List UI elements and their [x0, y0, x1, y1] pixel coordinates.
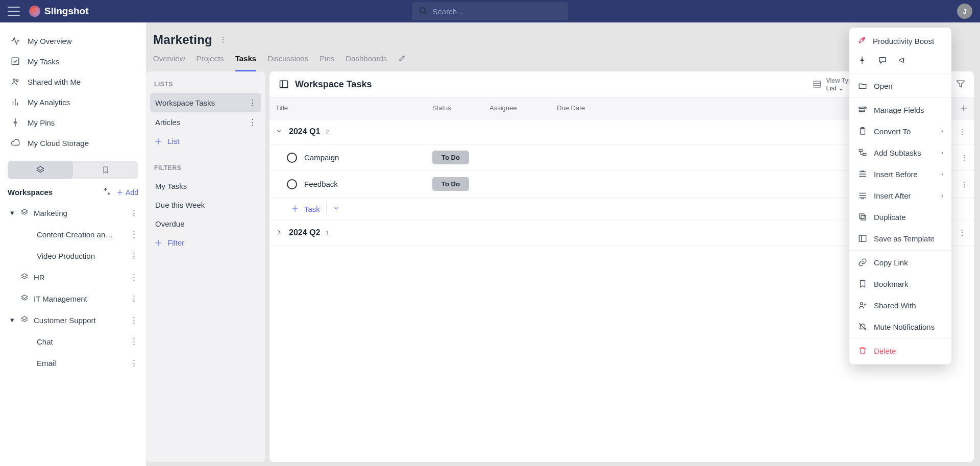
tree-row-actions[interactable]: ⋮	[128, 292, 140, 305]
ctx-shared-with[interactable]: Shared With	[849, 295, 951, 316]
list-item-actions[interactable]: ⋮	[249, 98, 256, 107]
tree-row-email[interactable]: Email ⋮	[0, 352, 146, 374]
chevron-down-icon: ▾	[10, 315, 16, 325]
divider	[849, 250, 951, 251]
col-due-date[interactable]: Due Date	[551, 97, 627, 119]
filter-my-tasks[interactable]: My Tasks	[150, 177, 261, 195]
ctx-insert-before[interactable]: Insert Before ›	[849, 163, 951, 185]
nav-mode-bookmarks[interactable]	[73, 161, 138, 179]
list-item-actions[interactable]: ⋮	[249, 117, 256, 127]
ctx-mute-notifications[interactable]: Mute Notifications	[849, 316, 951, 337]
add-filter[interactable]: Filter	[150, 233, 261, 252]
tree-row-actions[interactable]: ⋮	[128, 271, 140, 284]
add-column[interactable]	[953, 97, 974, 119]
nav-shared-with-me[interactable]: Shared with Me	[0, 71, 146, 92]
chevron-down-icon[interactable]	[276, 128, 287, 136]
tree-row-it-management[interactable]: ▸ IT Management ⋮	[0, 288, 146, 309]
section-actions[interactable]: ⋮	[957, 227, 968, 239]
task-actions[interactable]: ⋮	[954, 174, 974, 194]
status-badge[interactable]: To Do	[432, 151, 469, 164]
tree-label: HR	[34, 273, 124, 282]
ctx-productivity-boost[interactable]: Productivity Boost	[849, 31, 951, 52]
add-workspace[interactable]: Add	[116, 188, 138, 197]
plus-icon	[154, 137, 162, 145]
tree-row-marketing[interactable]: ▾ Marketing ⋮	[0, 202, 146, 224]
collapse-sidebar-icon[interactable]	[278, 78, 290, 90]
list-item-articles[interactable]: Articles ⋮	[150, 112, 261, 132]
tree-row-actions[interactable]: ⋮	[128, 206, 140, 219]
ctx-duplicate[interactable]: Duplicate	[849, 206, 951, 228]
add-list[interactable]: List	[150, 132, 261, 151]
section-actions[interactable]: ⋮	[957, 126, 968, 138]
due-date-cell[interactable]	[551, 152, 627, 164]
nav-label: Shared with Me	[28, 78, 81, 86]
add-task[interactable]: Task	[291, 205, 320, 213]
tab-dashboards[interactable]: Dashboards	[346, 54, 387, 71]
nav-label: My Overview	[28, 37, 72, 45]
tab-discussions[interactable]: Discussions	[267, 54, 308, 71]
filter-overdue[interactable]: Overdue	[150, 214, 261, 233]
col-title[interactable]: Title	[270, 97, 426, 119]
tree-row-actions[interactable]: ⋮	[128, 313, 140, 327]
assignee-cell[interactable]	[483, 178, 551, 190]
task-actions[interactable]: ⋮	[954, 148, 974, 168]
tree-row-actions[interactable]: ⋮	[128, 335, 140, 348]
assignee-cell[interactable]	[483, 152, 551, 164]
tab-projects[interactable]: Projects	[197, 54, 224, 71]
tree-row-actions[interactable]: ⋮	[128, 356, 140, 370]
sort-workspaces[interactable]	[103, 187, 111, 197]
user-avatar[interactable]: J	[957, 4, 972, 19]
tree-row-content-creation[interactable]: Content Creation an… ⋮	[0, 224, 146, 245]
ctx-bookmark[interactable]: Bookmark	[849, 273, 951, 295]
tree-row-actions[interactable]: ⋮	[128, 249, 140, 262]
tree-row-video-production[interactable]: Video Production ⋮	[0, 245, 146, 266]
nav-my-pins[interactable]: My Pins	[0, 112, 146, 133]
user-plus-icon	[857, 300, 868, 310]
tab-overview[interactable]: Overview	[153, 54, 185, 71]
product-logo[interactable]: Slingshot	[29, 6, 89, 17]
tree-row-customer-support[interactable]: ▾ Customer Support ⋮	[0, 309, 146, 331]
ctx-copy-link[interactable]: Copy Link	[849, 252, 951, 273]
col-assignee[interactable]: Assignee	[483, 97, 551, 119]
filter-toggle[interactable]	[955, 79, 966, 90]
tab-pins[interactable]: Pins	[320, 54, 334, 71]
filter-due-this-week[interactable]: Due this Week	[150, 195, 261, 214]
page-actions[interactable]: ⋮	[219, 36, 227, 44]
ctx-quick-pin-icon[interactable]	[857, 56, 867, 66]
menu-toggle[interactable]	[8, 5, 20, 17]
svg-marker-15	[21, 316, 28, 320]
col-status[interactable]: Status	[426, 97, 483, 119]
list-item-workspace-tasks[interactable]: Workspace Tasks ⋮	[150, 93, 261, 112]
search-input[interactable]	[433, 7, 562, 16]
ctx-quick-comment-icon[interactable]	[878, 56, 887, 66]
lists-header: LISTS	[150, 78, 261, 93]
ctx-add-subtasks[interactable]: Add Subtasks ›	[849, 142, 951, 163]
ctx-open[interactable]: Open	[849, 75, 951, 96]
tree-row-chat[interactable]: Chat ⋮	[0, 331, 146, 352]
ctx-save-template[interactable]: Save as Template	[849, 228, 951, 249]
tree-row-hr[interactable]: ▸ HR ⋮	[0, 266, 146, 288]
chevron-right-icon[interactable]	[276, 229, 287, 237]
task-checkbox[interactable]	[287, 153, 297, 163]
ctx-quick-announce-icon[interactable]	[898, 56, 908, 66]
nav-my-overview[interactable]: My Overview	[0, 31, 146, 51]
tab-tasks[interactable]: Tasks	[235, 54, 256, 71]
nav-my-tasks[interactable]: My Tasks	[0, 51, 146, 71]
status-badge[interactable]: To Do	[432, 177, 469, 191]
task-checkbox[interactable]	[287, 179, 297, 189]
nav-mode-workspaces[interactable]	[8, 161, 73, 179]
ctx-convert-to[interactable]: Convert To ›	[849, 120, 951, 142]
add-task-dropdown[interactable]	[333, 205, 340, 213]
nav-my-cloud-storage[interactable]: My Cloud Storage	[0, 133, 146, 153]
nav-my-analytics[interactable]: My Analytics	[0, 92, 146, 112]
global-search[interactable]	[412, 2, 568, 20]
ctx-delete[interactable]: Delete	[849, 340, 951, 361]
tree-row-actions[interactable]: ⋮	[128, 228, 140, 241]
divider	[849, 97, 951, 98]
edit-tabs[interactable]	[398, 54, 406, 71]
rocket-icon	[857, 36, 867, 46]
due-date-cell[interactable]	[551, 178, 627, 190]
ctx-manage-fields[interactable]: Manage Fields	[849, 99, 951, 120]
workspaces-header: Workspaces Add	[0, 184, 146, 202]
ctx-insert-after[interactable]: Insert After ›	[849, 185, 951, 206]
